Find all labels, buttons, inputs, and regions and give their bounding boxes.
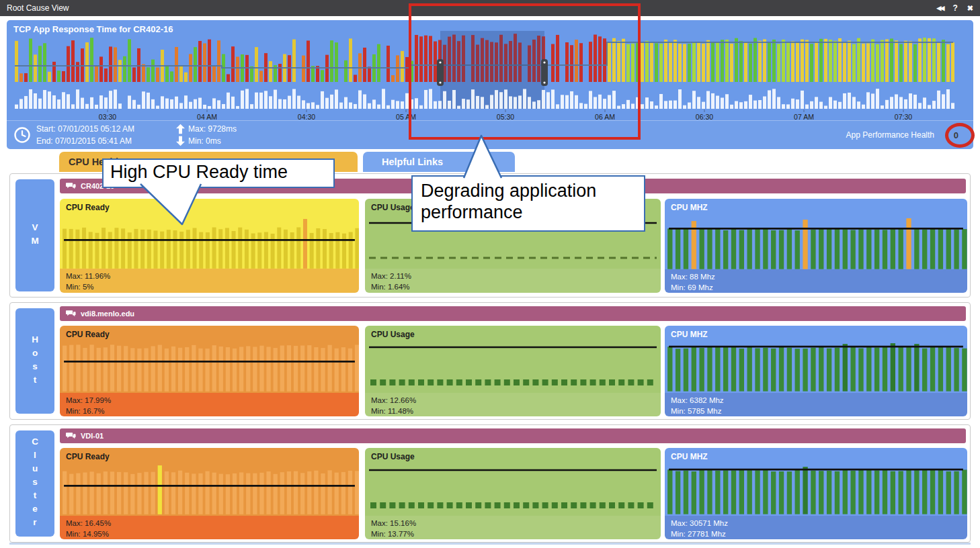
selection-handle[interactable] — [437, 59, 444, 86]
chat-bubble-icon — [66, 432, 76, 440]
cluster-cpu-usage-card: CPU Usage Max: 15.16% Min: 13.77% — [365, 448, 661, 539]
cluster-cpu-mhz-card: CPU MHZ Max: 30571 Mhz Min: 27781 Mhz — [665, 448, 967, 539]
help-icon[interactable]: ? — [952, 3, 957, 13]
min-arrow-icon — [176, 136, 185, 146]
cluster-cpu-ready-chart[interactable] — [60, 464, 359, 516]
metric-min: Min: 11.48% — [371, 406, 655, 416]
metric-title: CPU Ready — [60, 448, 359, 464]
chat-bubble-icon — [66, 310, 76, 318]
tcp-chart-title: TCP App Response Time for CR402-16 — [13, 24, 173, 34]
host-row: Host vdi8.menlo.edu CPU Ready Max: 17.99… — [9, 302, 971, 420]
app-performance-health-label: App Performance Health — [846, 121, 934, 149]
metric-min: Min: 27781 Mhz — [671, 529, 961, 539]
range-start-label: Start: 07/01/2015 05:12 AM — [36, 123, 134, 135]
cluster-cpu-mhz-chart[interactable] — [665, 463, 967, 516]
metric-title: CPU Usage — [365, 448, 661, 465]
metric-min: Min: 14.95% — [66, 529, 353, 539]
metric-max: Max: 6382 Mhz — [671, 395, 961, 406]
high-cpu-ready-callout: High CPU Ready time — [102, 158, 335, 188]
root-cause-view-window: Root Cause View ◀◀ ? ✖ TCP App Response … — [0, 0, 980, 548]
chart-infobar: Start: 07/01/2015 05:12 AM End: 07/01/20… — [7, 120, 973, 149]
metric-max: Max: 88 Mhz — [671, 271, 961, 282]
degrading-performance-callout: Degrading application performance — [411, 175, 645, 232]
host-entity-header[interactable]: vdi8.menlo.edu — [60, 306, 966, 321]
close-icon[interactable]: ✖ — [967, 4, 973, 13]
metric-min: Min: 16.7% — [66, 406, 353, 416]
metric-min: Min: 5% — [66, 281, 353, 292]
metric-min: Min: 5785 Mhz — [671, 406, 961, 416]
cluster-entity-header[interactable]: VDI-01 — [60, 428, 966, 443]
tab-helpful-links[interactable]: Helpful Links — [363, 152, 515, 172]
vm-group-label: VM — [15, 179, 54, 291]
cluster-entity-name: VDI-01 — [81, 432, 104, 440]
vm-cpu-ready-chart[interactable] — [60, 217, 359, 269]
bottom-edge — [9, 543, 971, 545]
host-cpu-mhz-chart[interactable] — [665, 340, 967, 393]
clock-icon — [13, 126, 31, 146]
metric-max: Max: 16.45% — [66, 518, 353, 529]
metric-title: CPU Usage — [365, 326, 661, 342]
range-end-label: End: 07/01/2015 05:41 AM — [36, 135, 134, 147]
cluster-row: Cluster VDI-01 CPU Ready Max: 16.45% Min… — [9, 424, 971, 543]
metric-max: Max: 11.96% — [66, 271, 353, 281]
cluster-group-label: Cluster — [15, 430, 54, 537]
metric-min: Min: 13.77% — [371, 529, 655, 539]
metric-title: CPU Ready — [60, 326, 359, 341]
metric-title: CPU Ready — [60, 199, 359, 217]
metric-max: Max: 15.16% — [371, 518, 655, 529]
app-performance-health-value: 0 — [954, 121, 958, 149]
metric-max: Max: 30571 Mhz — [671, 518, 961, 529]
cluster-cpu-usage-chart[interactable] — [365, 465, 661, 516]
vm-cpu-ready-card: CPU Ready Max: 11.96% Min: 5% — [60, 199, 359, 293]
metric-max: Max: 2.11% — [371, 271, 655, 281]
cluster-cpu-ready-card: CPU Ready Max: 16.45% Min: 14.95% — [60, 448, 359, 539]
host-cpu-mhz-card: CPU MHZ Max: 6382 Mhz Min: 5785 Mhz — [665, 326, 967, 416]
vm-cpu-mhz-card: CPU MHZ Max: 88 Mhz Min: 69 Mhz — [665, 199, 967, 293]
host-group-label: Host — [15, 308, 54, 414]
chat-bubble-icon — [66, 182, 76, 190]
window-title: Root Cause View — [7, 3, 69, 13]
metric-title: CPU MHZ — [665, 448, 967, 463]
response-max-label: Max: 9728ms — [188, 123, 237, 135]
collapse-icon[interactable]: ◀◀ — [937, 5, 944, 11]
metric-title: CPU MHZ — [665, 199, 967, 217]
metric-max: Max: 12.66% — [371, 395, 655, 406]
host-cpu-usage-chart[interactable] — [365, 342, 661, 393]
metric-min: Min: 69 Mhz — [671, 282, 961, 293]
vm-cpu-mhz-chart[interactable] — [665, 217, 967, 269]
selection-handle[interactable] — [541, 59, 548, 86]
host-cpu-ready-chart[interactable] — [60, 341, 359, 393]
host-cpu-ready-card: CPU Ready Max: 17.99% Min: 16.7% — [60, 326, 359, 416]
response-min-label: Min: 0ms — [188, 135, 221, 147]
metric-max: Max: 17.99% — [66, 395, 353, 406]
window-titlebar: Root Cause View ◀◀ ? ✖ — [0, 0, 980, 16]
metric-min: Min: 1.64% — [371, 281, 655, 292]
metric-title: CPU MHZ — [665, 326, 967, 340]
host-cpu-usage-card: CPU Usage Max: 12.66% Min: 11.48% — [365, 326, 661, 416]
max-arrow-icon — [176, 124, 185, 134]
host-entity-name: vdi8.menlo.edu — [81, 310, 134, 318]
tcp-response-panel: TCP App Response Time for CR402-16 03:30… — [7, 20, 973, 149]
